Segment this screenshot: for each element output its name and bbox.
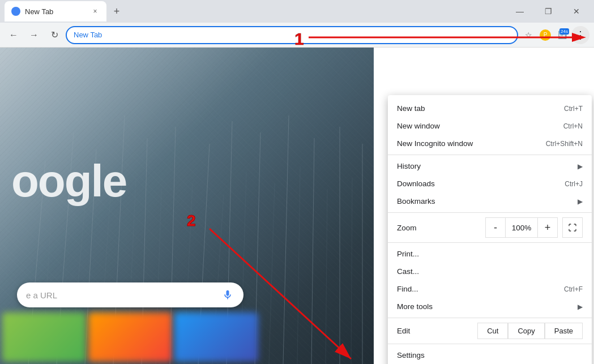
menu-section-settings: Settings Help ▶ (388, 344, 592, 364)
cut-button[interactable]: Cut (477, 323, 508, 339)
menu-item-downloads[interactable]: Downloads Ctrl+J (388, 175, 592, 192)
toolbar-right: ☆ P 🔄 24s ⋮ (520, 26, 589, 44)
menu-item-find[interactable]: Find... Ctrl+F (388, 280, 592, 298)
menu-section-nav: History ▶ Downloads Ctrl+J Bookmarks ▶ (388, 155, 592, 213)
menu-item-cast[interactable]: Cast... (388, 263, 592, 280)
address-bar[interactable]: New Tab (66, 26, 518, 44)
browser-toolbar: ← → ↻ New Tab ☆ P 🔄 24s ⋮ (0, 23, 594, 48)
notification-badge: 24s (559, 28, 569, 35)
fullscreen-button[interactable] (562, 217, 583, 238)
reload-button[interactable]: ↻ (45, 26, 63, 44)
tab-close-button[interactable]: × (91, 7, 100, 16)
thumbnail-row (0, 310, 260, 364)
menu-item-history[interactable]: History ▶ (388, 157, 592, 175)
address-text: New Tab (74, 31, 102, 39)
edit-row: Edit Cut Copy Paste (388, 320, 592, 341)
chrome-menu: New tab Ctrl+T New window Ctrl+N New Inc… (388, 95, 592, 364)
menu-section-new: New tab Ctrl+T New window Ctrl+N New Inc… (388, 97, 592, 155)
google-logo: oogle (11, 155, 126, 207)
zoom-control: - 100% + (485, 217, 558, 238)
browser-tab[interactable]: New Tab × (5, 1, 106, 22)
menu-item-settings[interactable]: Settings (388, 346, 592, 364)
menu-item-new-window[interactable]: New window Ctrl+N (388, 117, 592, 135)
extension-icon-1[interactable]: 🔄 24s (554, 27, 570, 43)
menu-item-more-tools[interactable]: More tools ▶ (388, 298, 592, 315)
paste-button[interactable]: Paste (545, 323, 583, 339)
zoom-out-button[interactable]: - (485, 217, 506, 238)
mic-icon[interactable] (221, 288, 234, 302)
search-bar[interactable]: e a URL (17, 282, 243, 307)
menu-item-new-tab[interactable]: New tab Ctrl+T (388, 100, 592, 117)
tab-title: New Tab (25, 7, 86, 16)
window-controls: — ❐ ✕ (507, 3, 589, 20)
menu-item-print[interactable]: Print... (388, 245, 592, 263)
new-tab-button[interactable]: + (109, 3, 125, 19)
menu-dots-icon: ⋮ (575, 29, 586, 41)
maximize-button[interactable]: ❐ (535, 3, 561, 20)
zoom-row: Zoom - 100% + (388, 215, 592, 240)
menu-item-bookmarks[interactable]: Bookmarks ▶ (388, 192, 592, 210)
chrome-menu-button[interactable]: ⋮ (571, 26, 589, 44)
menu-section-tools: Print... Cast... Find... Ctrl+F More too… (388, 243, 592, 318)
forward-button[interactable]: → (25, 26, 43, 44)
zoom-label: Zoom (397, 224, 485, 232)
thumbnail-2[interactable] (88, 312, 172, 362)
close-button[interactable]: ✕ (563, 3, 589, 20)
thumbnail-3[interactable] (174, 312, 258, 362)
menu-item-new-incognito[interactable]: New Incognito window Ctrl+Shift+N (388, 135, 592, 152)
search-placeholder: e a URL (26, 290, 221, 300)
zoom-value: 100% (506, 217, 537, 238)
profile-icon[interactable]: P (537, 27, 553, 43)
thumbnail-1[interactable] (2, 312, 86, 362)
bookmark-icon[interactable]: ☆ (520, 27, 536, 43)
back-button[interactable]: ← (5, 26, 23, 44)
edit-buttons: Cut Copy Paste (477, 323, 583, 339)
minimize-button[interactable]: — (507, 3, 533, 20)
edit-label: Edit (397, 327, 477, 335)
title-bar: New Tab × + — ❐ ✕ (0, 0, 594, 23)
tab-favicon (11, 7, 20, 16)
menu-section-zoom: Zoom - 100% + (388, 213, 592, 243)
browser-page: oogle e a URL 2 New ta (0, 48, 594, 364)
menu-section-edit: Edit Cut Copy Paste (388, 318, 592, 344)
copy-button[interactable]: Copy (508, 323, 544, 339)
zoom-in-button[interactable]: + (537, 217, 558, 238)
